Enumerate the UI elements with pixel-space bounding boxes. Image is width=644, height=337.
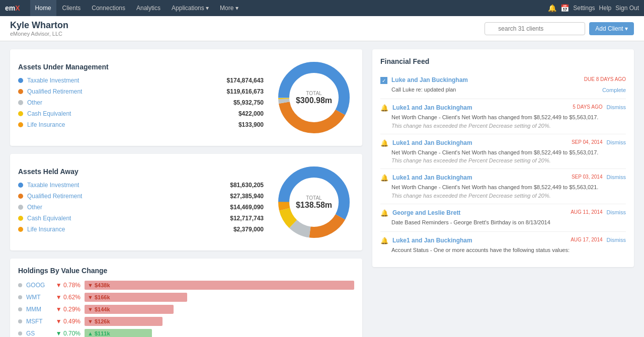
- aha-chart: TOTAL $138.58m: [274, 162, 354, 242]
- feed-checkbox-0[interactable]: ✓: [380, 77, 387, 84]
- aha-label-0[interactable]: Taxable Investment: [27, 182, 214, 189]
- aum-label-4[interactable]: Life Insurance: [27, 121, 214, 128]
- holdings-ticker-1[interactable]: WMT: [26, 294, 46, 301]
- feed-body-5: Account Status - One or more accounts ha…: [391, 246, 626, 254]
- aum-label-3[interactable]: Cash Equivalent: [27, 110, 214, 117]
- aum-value-0: $174,874,643: [218, 77, 264, 84]
- holdings-dot-3: [18, 319, 22, 323]
- holdings-bar-wrap-3: ▼ $126k: [85, 317, 354, 326]
- bell-icon-5: 🔔: [380, 237, 388, 244]
- notification-icon[interactable]: 🔔: [548, 4, 556, 12]
- aum-label-1[interactable]: Qualified Retirement: [27, 88, 214, 95]
- feed-header-5: 🔔 Luke1 and Jan Buckingham AUG 17, 2014 …: [380, 237, 626, 244]
- feed-section: Financial Feed ✓ Luke and Jan Buckingham…: [372, 49, 634, 267]
- feed-action-2[interactable]: Dismiss: [607, 139, 626, 145]
- feed-name-2[interactable]: Luke1 and Jan Buckingham: [392, 139, 568, 146]
- feed-title: Financial Feed: [380, 57, 626, 65]
- aha-row-2: Other $14,469,090: [18, 204, 264, 211]
- holdings-bar-label-4: ▲ $111k: [88, 330, 110, 336]
- feed-item-0: ✓ Luke and Jan Buckingham DUE 8 DAYS AGO…: [380, 71, 626, 99]
- holdings-bar-wrap-4: ▲ $111k: [85, 329, 354, 337]
- aha-label-3[interactable]: Cash Equivalent: [27, 215, 214, 222]
- feed-item-1: 🔔 Luke1 and Jan Buckingham 5 DAYS AGO Di…: [380, 99, 626, 134]
- aum-total-amount: $300.98m: [296, 96, 332, 105]
- nav-logo: emX: [5, 4, 20, 12]
- holdings-dot-1: [18, 295, 22, 299]
- feed-name-4[interactable]: George and Leslie Brett: [392, 209, 567, 216]
- nav-applications[interactable]: Applications ▾: [167, 0, 214, 16]
- holdings-bar-1: ▼ $166k: [85, 293, 187, 302]
- aha-value-2: $14,469,090: [218, 204, 264, 211]
- holdings-bar-label-2: ▼ $144k: [88, 306, 110, 312]
- aum-dot-1: [18, 89, 23, 94]
- aum-label-2[interactable]: Other: [27, 99, 214, 106]
- holdings-bar-2: ▼ $144k: [85, 305, 174, 314]
- nav-home[interactable]: Home: [30, 0, 56, 16]
- aha-dot-2: [18, 205, 23, 210]
- nav-signout[interactable]: Sign Out: [615, 5, 639, 12]
- aum-chart-label: TOTAL $300.98m: [296, 91, 332, 105]
- feed-name-0[interactable]: Luke and Jan Buckingham: [391, 76, 580, 83]
- feed-name-1[interactable]: Luke1 and Jan Buckingham: [392, 104, 569, 111]
- bell-icon-4: 🔔: [380, 209, 388, 217]
- feed-item-5: 🔔 Luke1 and Jan Buckingham AUG 17, 2014 …: [380, 232, 626, 259]
- feed-item-4: 🔔 George and Leslie Brett AUG 11, 2014 D…: [380, 204, 626, 232]
- aha-dot-3: [18, 216, 23, 221]
- holdings-pct-0: ▼ 0.78%: [50, 282, 80, 289]
- feed-date-1: 5 DAYS AGO: [573, 104, 602, 110]
- nav-clients[interactable]: Clients: [57, 0, 86, 16]
- nav-analytics[interactable]: Analytics: [131, 0, 166, 16]
- aha-row-3: Cash Equivalent $12,717,743: [18, 215, 264, 222]
- left-panel: Assets Under Management Taxable Investme…: [10, 49, 362, 337]
- feed-note-3: This change has exceeded the Percent Dec…: [391, 193, 626, 199]
- nav-settings[interactable]: Settings: [573, 5, 595, 12]
- aum-section: Assets Under Management Taxable Investme…: [10, 49, 362, 146]
- search-input[interactable]: [485, 22, 585, 35]
- feed-name-3[interactable]: Luke1 and Jan Buckingham: [392, 174, 568, 181]
- aum-value-4: $133,900: [218, 121, 264, 128]
- aha-items: Assets Held Away Taxable Investment $81,…: [18, 167, 264, 237]
- feed-action-3[interactable]: Dismiss: [607, 174, 626, 180]
- aum-title: Assets Under Management: [18, 63, 264, 71]
- calendar-icon[interactable]: 📅: [560, 4, 569, 12]
- holdings-ticker-2[interactable]: MMM: [26, 306, 46, 313]
- aum-dot-2: [18, 100, 23, 105]
- nav-more[interactable]: More ▾: [215, 0, 244, 16]
- nav-connections[interactable]: Connections: [87, 0, 130, 16]
- feed-body-1: Net Worth Change - Client's Net Worth ha…: [391, 114, 626, 121]
- add-client-button[interactable]: Add Client ▾: [589, 22, 634, 35]
- feed-action-1[interactable]: Dismiss: [607, 104, 626, 110]
- aha-label-2[interactable]: Other: [27, 204, 214, 211]
- page-header: Kyle Wharton eMoney Advisor, LLC 🔍 Add C…: [0, 16, 644, 41]
- aum-dot-4: [18, 122, 23, 127]
- holdings-bar-4: ▲ $111k: [85, 329, 152, 337]
- holdings-ticker-4[interactable]: GS: [26, 330, 46, 337]
- feed-date-0: DUE 8 DAYS AGO: [584, 76, 626, 82]
- nav-help[interactable]: Help: [599, 5, 612, 12]
- feed-action-4[interactable]: Dismiss: [607, 209, 626, 215]
- aha-label-1[interactable]: Qualified Retirement: [27, 193, 214, 200]
- feed-name-5[interactable]: Luke1 and Jan Buckingham: [392, 237, 567, 244]
- user-name: Kyle Wharton: [10, 20, 68, 31]
- holdings-row-0: GOOG ▼ 0.78% ▼ $438k: [18, 281, 354, 290]
- header-actions: 🔍 Add Client ▾: [485, 22, 634, 35]
- holdings-dot-0: [18, 283, 22, 287]
- aum-total-text: TOTAL: [296, 91, 332, 96]
- aha-dot-4: [18, 227, 23, 232]
- holdings-dot-4: [18, 331, 22, 335]
- aha-row-4: Life Insurance $2,379,000: [18, 226, 264, 233]
- holdings-ticker-0[interactable]: GOOG: [26, 282, 46, 289]
- feed-action-5[interactable]: Dismiss: [607, 237, 626, 243]
- feed-date-4: AUG 11, 2014: [571, 209, 602, 215]
- feed-date-3: SEP 03, 2014: [572, 174, 603, 180]
- feed-header-4: 🔔 George and Leslie Brett AUG 11, 2014 D…: [380, 209, 626, 217]
- holdings-pct-3: ▼ 0.49%: [50, 318, 80, 325]
- holdings-bar-wrap-1: ▼ $166k: [85, 293, 354, 302]
- aha-label-4[interactable]: Life Insurance: [27, 226, 214, 233]
- feed-action-0[interactable]: Complete: [602, 87, 626, 93]
- nav-bar: emX Home Clients Connections Analytics A…: [0, 0, 644, 16]
- aum-label-0[interactable]: Taxable Investment: [27, 77, 214, 84]
- holdings-ticker-3[interactable]: MSFT: [26, 318, 46, 325]
- main-content: Assets Under Management Taxable Investme…: [0, 41, 644, 337]
- nav-right: 🔔 📅 Settings Help Sign Out: [548, 4, 639, 12]
